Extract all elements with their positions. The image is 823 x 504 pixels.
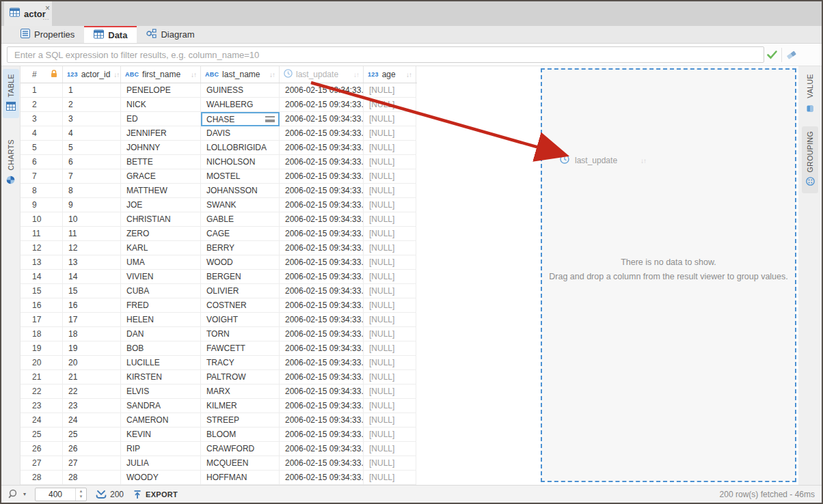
grid-cell[interactable]: [NULL] <box>364 313 416 327</box>
grid-cell[interactable]: [NULL] <box>364 212 416 227</box>
grid-cell[interactable]: STREEP <box>201 413 280 428</box>
grid-cell[interactable]: 2006-02-15 09:34:33.000 <box>280 341 364 356</box>
grid-cell[interactable]: WAHLBERG <box>201 98 280 112</box>
grid-cell[interactable]: 1 <box>63 83 121 98</box>
grid-cell[interactable]: 18 <box>21 327 63 341</box>
grid-cell[interactable]: 2006-02-15 09:34:33.000 <box>280 399 364 413</box>
column-header-last-name[interactable]: ABC last_name ↓↑ <box>201 66 280 83</box>
sort-arrows-icon[interactable]: ↓↑ <box>113 71 119 79</box>
grid-cell[interactable]: OLIVIER <box>201 284 280 298</box>
grid-cell[interactable]: 2006-02-15 09:34:33.000 <box>280 284 364 298</box>
grid-cell[interactable]: 10 <box>21 212 63 227</box>
table-row[interactable]: 1313UMAWOOD2006-02-15 09:34:33.000[NULL] <box>21 255 417 270</box>
grid-cell[interactable]: DAN <box>121 327 201 341</box>
table-row[interactable]: 33EDCHASE2006-02-15 09:34:33.000[NULL] <box>21 112 417 126</box>
grid-cell[interactable]: 23 <box>21 399 63 413</box>
fetch-size-value[interactable]: 400 <box>36 488 75 501</box>
grid-cell[interactable]: KEVIN <box>121 428 201 442</box>
table-row[interactable]: 1515CUBAOLIVIER2006-02-15 09:34:33.000[N… <box>21 284 417 298</box>
grid-cell[interactable]: [NULL] <box>364 471 416 485</box>
rail-tab-grouping[interactable]: GROUPING <box>802 126 818 193</box>
sort-arrows-icon[interactable]: ↓↑ <box>191 71 196 79</box>
table-row[interactable]: 2424CAMERONSTREEP2006-02-15 09:34:33.000… <box>21 413 417 428</box>
grid-cell[interactable]: 19 <box>21 341 63 356</box>
grid-cell[interactable]: 16 <box>63 298 121 313</box>
grid-cell[interactable]: [NULL] <box>364 428 416 442</box>
table-row[interactable]: 44JENNIFERDAVIS2006-02-15 09:34:33.000[N… <box>21 126 417 141</box>
grid-cell[interactable]: ZERO <box>121 227 201 241</box>
grid-cell[interactable]: 2006-02-15 09:34:33.000 <box>280 227 364 241</box>
grid-cell[interactable]: [NULL] <box>364 341 416 356</box>
grid-cell[interactable]: CHASE <box>201 112 280 126</box>
grid-cell[interactable]: JOE <box>121 198 201 212</box>
grid-cell[interactable]: 20 <box>21 356 63 370</box>
grid-cell[interactable]: 2006-02-15 09:34:33.000 <box>280 255 364 270</box>
grid-cell[interactable]: 6 <box>63 155 121 169</box>
grid-cell[interactable]: 2006-02-15 09:34:33.000 <box>280 83 364 98</box>
grid-cell[interactable]: 14 <box>21 270 63 284</box>
column-header-first-name[interactable]: ABC first_name ↓↑ <box>121 66 201 83</box>
tab-diagram[interactable]: Diagram <box>137 26 204 43</box>
grid-cell[interactable]: CRAWFORD <box>201 442 280 456</box>
grid-cell[interactable]: 21 <box>63 370 121 384</box>
grid-cell[interactable]: 2006-02-15 09:34:33.000 <box>280 141 364 155</box>
grid-cell[interactable]: LOLLOBRIGIDA <box>201 141 280 155</box>
grid-cell[interactable]: [NULL] <box>364 126 416 141</box>
grid-cell[interactable]: 18 <box>63 327 121 341</box>
table-row[interactable]: 2525KEVINBLOOM2006-02-15 09:34:33.000[NU… <box>21 428 417 442</box>
grid-cell[interactable]: CAGE <box>201 227 280 241</box>
table-row[interactable]: 2727JULIAMCQUEEN2006-02-15 09:34:33.000[… <box>21 456 417 471</box>
grid-cell[interactable]: 12 <box>63 241 121 255</box>
grid-cell[interactable]: [NULL] <box>364 413 416 428</box>
grid-cell[interactable]: 27 <box>63 456 121 471</box>
grid-cell[interactable]: BERRY <box>201 241 280 255</box>
column-header-age[interactable]: 123 age ↓↑ <box>364 66 416 83</box>
grid-cell[interactable]: 5 <box>63 141 121 155</box>
grid-cell[interactable]: 2006-02-15 09:34:33.000 <box>280 298 364 313</box>
grid-cell[interactable]: 7 <box>21 169 63 184</box>
table-row[interactable]: 1212KARLBERRY2006-02-15 09:34:33.000[NUL… <box>21 241 417 255</box>
apply-filter-check-icon[interactable] <box>766 49 778 63</box>
grid-cell[interactable]: [NULL] <box>364 327 416 341</box>
grid-cell[interactable]: 2006-02-15 09:34:33.000 <box>280 169 364 184</box>
grid-cell[interactable]: [NULL] <box>364 98 416 112</box>
grid-cell[interactable]: 2006-02-15 09:34:33.000 <box>280 413 364 428</box>
grid-cell[interactable]: KARL <box>121 241 201 255</box>
table-row[interactable]: 2222ELVISMARX2006-02-15 09:34:33.000[NUL… <box>21 384 417 399</box>
grid-cell[interactable]: [NULL] <box>364 456 416 471</box>
grid-cell[interactable]: 2006-02-15 09:34:33.000 <box>280 112 364 126</box>
grid-cell[interactable]: GABLE <box>201 212 280 227</box>
grid-cell[interactable]: 22 <box>63 384 121 399</box>
grid-cell[interactable]: [NULL] <box>364 384 416 399</box>
grid-cell[interactable]: 24 <box>21 413 63 428</box>
grid-cell[interactable]: [NULL] <box>364 356 416 370</box>
grid-cell[interactable]: VOIGHT <box>201 313 280 327</box>
grid-cell[interactable]: WOODY <box>121 471 201 485</box>
grid-cell[interactable]: 15 <box>63 284 121 298</box>
grid-cell[interactable]: 24 <box>63 413 121 428</box>
grid-cell[interactable]: 23 <box>63 399 121 413</box>
overflow-dots-icon[interactable]: … <box>42 14 50 21</box>
table-row[interactable]: 2828WOODYHOFFMAN2006-02-15 09:34:33.000[… <box>21 471 417 485</box>
cell-menu-icon[interactable] <box>265 116 275 122</box>
grid-cell[interactable]: 1 <box>21 83 63 98</box>
eraser-icon[interactable] <box>785 49 798 63</box>
table-row[interactable]: 1919BOBFAWCETT2006-02-15 09:34:33.000[NU… <box>21 341 417 356</box>
table-row[interactable]: 99JOESWANK2006-02-15 09:34:33.000[NULL] <box>21 198 417 212</box>
grid-cell[interactable]: [NULL] <box>364 184 416 198</box>
grid-cell[interactable]: ELVIS <box>121 384 201 399</box>
table-row[interactable]: 2020LUCILLETRACY2006-02-15 09:34:33.000[… <box>21 356 417 370</box>
rail-tab-table[interactable]: TABLE <box>3 69 19 118</box>
grid-cell[interactable]: KILMER <box>201 399 280 413</box>
grid-cell[interactable]: 15 <box>21 284 63 298</box>
grid-cell[interactable]: KIRSTEN <box>121 370 201 384</box>
sort-arrows-icon[interactable]: ↓↑ <box>353 71 359 79</box>
grid-cell[interactable]: MOSTEL <box>201 169 280 184</box>
grid-cell[interactable]: JENNIFER <box>121 126 201 141</box>
grid-cell[interactable]: 2006-02-15 09:34:33.000 <box>280 198 364 212</box>
grid-cell[interactable]: 12 <box>21 241 63 255</box>
grid-cell[interactable]: 10 <box>63 212 121 227</box>
grid-cell[interactable]: NICK <box>121 98 201 112</box>
grid-cell[interactable]: 27 <box>21 456 63 471</box>
grid-cell[interactable]: 26 <box>21 442 63 456</box>
